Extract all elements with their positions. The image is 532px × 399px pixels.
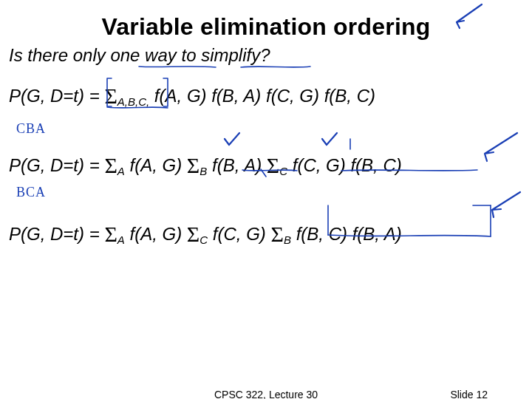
equation-1: P(G, D=t) = ΣA,B,C, f(A, G) f(B, A) f(C,… <box>9 82 523 110</box>
eq3-midC: f(C, G) <box>208 224 270 244</box>
sigma-icon: Σ <box>104 153 117 177</box>
eq2-midA: f(A, G) <box>125 155 187 175</box>
footer-center: CPSC 322, Lecture 30 <box>214 389 318 399</box>
eq1-lhs: P(G, D=t) = <box>9 86 104 106</box>
eq3-subC: C <box>200 233 208 246</box>
ink-arrow-eq3-right <box>488 189 525 222</box>
eq3-lhs: P(G, D=t) = <box>9 224 104 244</box>
eq2-rhs: f(C, G) f(B, C) <box>287 155 402 175</box>
eq3-subB: B <box>284 233 291 246</box>
ink-label-bca: BCA <box>16 185 46 200</box>
footer-right: Slide 12 <box>450 389 488 399</box>
sigma-icon: Σ <box>104 222 117 246</box>
eq3-subA: A <box>117 233 125 246</box>
eq2-subC: C <box>279 165 287 177</box>
eq2-subB: B <box>200 165 207 177</box>
equation-3: P(G, D=t) = ΣA f(A, G) ΣC f(C, G) ΣB f(B… <box>9 220 523 248</box>
sigma-icon: Σ <box>187 153 200 177</box>
eq1-rhs: f(A, G) f(B, A) f(C, G) f(B, C) <box>149 86 375 106</box>
sigma-icon: Σ <box>267 153 279 177</box>
equation-2: P(G, D=t) = ΣA f(A, G) ΣB f(B, A) ΣC f(C… <box>9 151 523 180</box>
eq3-rhs: f(B, C) f(B, A) <box>291 224 402 244</box>
ink-check-eq2-2 <box>319 130 341 154</box>
eq1-sub: A,B,C, <box>117 95 149 108</box>
slide: Variable elimination ordering Is there o… <box>0 0 532 399</box>
sigma-icon: Σ <box>271 222 284 246</box>
eq2-midB: f(B, A) <box>207 155 266 175</box>
eq3-midA: f(A, G) <box>125 224 187 244</box>
ink-check-eq2-1 <box>222 130 244 154</box>
eq2-lhs: P(G, D=t) = <box>9 155 104 175</box>
ink-label-cba: CBA <box>16 121 46 137</box>
slide-title: Variable elimination ordering <box>9 13 523 41</box>
slide-subtitle: Is there only one way to simplify? <box>9 45 523 66</box>
sigma-icon: Σ <box>104 83 117 108</box>
eq2-subA: A <box>117 165 125 177</box>
sigma-icon: Σ <box>187 222 200 246</box>
